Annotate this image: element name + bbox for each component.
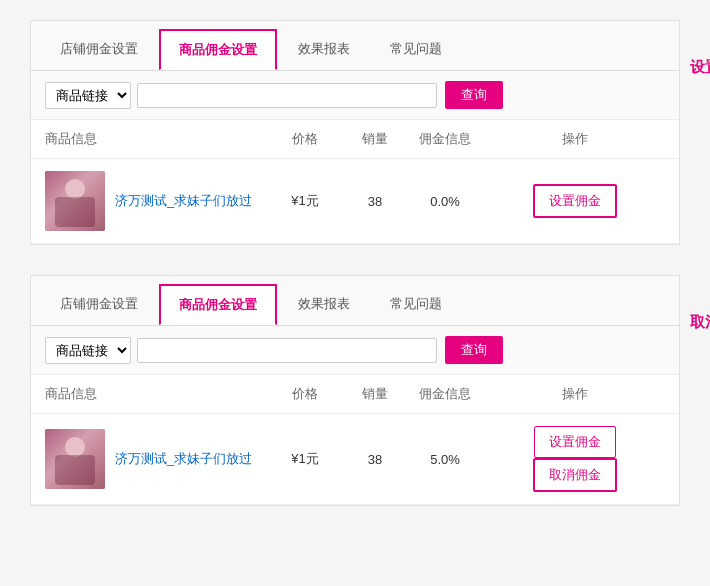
header-commission-1: 佣金信息 — [405, 130, 485, 148]
header-info-1: 商品信息 — [45, 130, 265, 148]
annotation-1: 设置商品佣金 — [690, 58, 710, 79]
search-bar-2: 商品链接 查询 — [31, 326, 679, 375]
table-header-2: 商品信息 价格 销量 佣金信息 操作 — [31, 375, 679, 414]
tab-faq-1[interactable]: 常见问题 — [371, 29, 461, 70]
product-row-2: 济万测试_求妹子们放过 ¥1元 38 5.0% 设置佣金 取消佣金 — [31, 414, 679, 505]
header-sales-2: 销量 — [345, 385, 405, 403]
tab-store-1[interactable]: 店铺佣金设置 — [41, 29, 157, 70]
search-button-1[interactable]: 查询 — [445, 81, 503, 109]
header-action-2: 操作 — [485, 385, 665, 403]
header-sales-1: 销量 — [345, 130, 405, 148]
annotation-label-1: 设置商品佣金 — [690, 58, 710, 77]
annotation-2: 取消商品佣金 — [690, 313, 710, 334]
tab-store-2[interactable]: 店铺佣金设置 — [41, 284, 157, 325]
header-action-1: 操作 — [485, 130, 665, 148]
product-name-1[interactable]: 济万测试_求妹子们放过 — [115, 192, 252, 210]
set-commission-button-2[interactable]: 设置佣金 — [534, 426, 616, 458]
annotation-label-2: 取消商品佣金 — [690, 313, 710, 332]
search-input-1[interactable] — [137, 83, 437, 108]
product-price-1: ¥1元 — [265, 192, 345, 210]
search-input-2[interactable] — [137, 338, 437, 363]
tab-report-1[interactable]: 效果报表 — [279, 29, 369, 70]
search-bar-1: 商品链接 查询 — [31, 71, 679, 120]
product-sales-2: 38 — [345, 452, 405, 467]
tab-product-1[interactable]: 商品佣金设置 — [159, 29, 277, 70]
product-image-2 — [45, 429, 105, 489]
product-sales-1: 38 — [345, 194, 405, 209]
product-action-2: 设置佣金 取消佣金 — [485, 426, 665, 492]
header-commission-2: 佣金信息 — [405, 385, 485, 403]
search-select-2[interactable]: 商品链接 — [45, 337, 131, 364]
product-action-1: 设置佣金 — [485, 184, 665, 218]
search-select-1[interactable]: 商品链接 — [45, 82, 131, 109]
tab-bar-2: 店铺佣金设置 商品佣金设置 效果报表 常见问题 — [31, 276, 679, 326]
product-info-2: 济万测试_求妹子们放过 — [45, 429, 265, 489]
tab-faq-2[interactable]: 常见问题 — [371, 284, 461, 325]
product-commission-2: 5.0% — [405, 452, 485, 467]
tab-report-2[interactable]: 效果报表 — [279, 284, 369, 325]
product-info-1: 济万测试_求妹子们放过 — [45, 171, 265, 231]
product-commission-1: 0.0% — [405, 194, 485, 209]
product-price-2: ¥1元 — [265, 450, 345, 468]
product-row-1: 济万测试_求妹子们放过 ¥1元 38 0.0% 设置佣金 — [31, 159, 679, 244]
product-name-2[interactable]: 济万测试_求妹子们放过 — [115, 450, 252, 468]
cancel-commission-button-2[interactable]: 取消佣金 — [533, 458, 617, 492]
header-info-2: 商品信息 — [45, 385, 265, 403]
tab-bar-1: 店铺佣金设置 商品佣金设置 效果报表 常见问题 — [31, 21, 679, 71]
header-price-2: 价格 — [265, 385, 345, 403]
header-price-1: 价格 — [265, 130, 345, 148]
search-button-2[interactable]: 查询 — [445, 336, 503, 364]
tab-product-2[interactable]: 商品佣金设置 — [159, 284, 277, 325]
set-commission-button-1[interactable]: 设置佣金 — [533, 184, 617, 218]
table-header-1: 商品信息 价格 销量 佣金信息 操作 — [31, 120, 679, 159]
product-image-1 — [45, 171, 105, 231]
